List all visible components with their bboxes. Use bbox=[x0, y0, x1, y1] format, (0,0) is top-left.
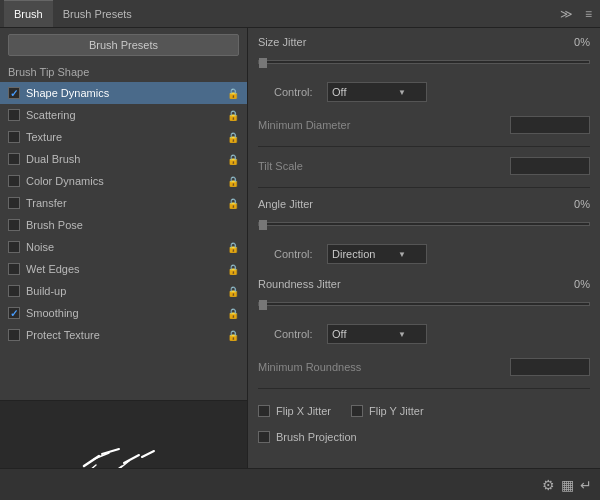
flip-x-row: Flip X Jitter bbox=[258, 405, 331, 417]
settings-icon[interactable]: ⚙ bbox=[542, 477, 555, 493]
checkbox-wet-edges[interactable] bbox=[8, 263, 20, 275]
control-label-2: Control: bbox=[274, 248, 319, 260]
min-roundness-input[interactable] bbox=[510, 358, 590, 376]
menu-item-protect-texture[interactable]: Protect Texture 🔒 bbox=[0, 324, 247, 346]
roundness-jitter-value: 0% bbox=[560, 278, 590, 290]
menu-item-brush-pose[interactable]: Brush Pose bbox=[0, 214, 247, 236]
menu-item-wet-edges[interactable]: Wet Edges 🔒 bbox=[0, 258, 247, 280]
divider-1 bbox=[258, 146, 590, 147]
roundness-jitter-control-row: Control: Off ▼ bbox=[274, 324, 590, 344]
label-noise: Noise bbox=[26, 241, 227, 253]
angle-jitter-track bbox=[258, 222, 590, 226]
left-panel: Brush Presets Brush Tip Shape ✓ Shape Dy… bbox=[0, 28, 248, 500]
angle-jitter-thumb[interactable] bbox=[259, 220, 267, 230]
brush-presets-button[interactable]: Brush Presets bbox=[8, 34, 239, 56]
label-wet-edges: Wet Edges bbox=[26, 263, 227, 275]
label-shape-dynamics: Shape Dynamics bbox=[26, 87, 227, 99]
expand-icon[interactable]: ≫ bbox=[556, 5, 577, 23]
menu-item-smoothing[interactable]: ✓ Smoothing 🔒 bbox=[0, 302, 247, 324]
menu-item-build-up[interactable]: Build-up 🔒 bbox=[0, 280, 247, 302]
checkbox-brush-pose[interactable] bbox=[8, 219, 20, 231]
lock-build-up: 🔒 bbox=[227, 286, 239, 297]
size-jitter-row: Size Jitter 0% bbox=[258, 36, 590, 48]
tab-brush[interactable]: Brush bbox=[4, 0, 53, 27]
size-jitter-value: 0% bbox=[560, 36, 590, 48]
lock-color-dynamics: 🔒 bbox=[227, 176, 239, 187]
checkbox-scattering[interactable] bbox=[8, 109, 20, 121]
label-brush-pose: Brush Pose bbox=[26, 219, 239, 231]
checkbox-protect-texture[interactable] bbox=[8, 329, 20, 341]
label-scattering: Scattering bbox=[26, 109, 227, 121]
label-smoothing: Smoothing bbox=[26, 307, 227, 319]
select-arrow-1: ▼ bbox=[398, 88, 406, 97]
menu-item-transfer[interactable]: Transfer 🔒 bbox=[0, 192, 247, 214]
angle-jitter-row: Angle Jitter 0% bbox=[258, 198, 590, 210]
tilt-scale-label: Tilt Scale bbox=[258, 160, 303, 172]
checkbox-noise[interactable] bbox=[8, 241, 20, 253]
select-arrow-3: ▼ bbox=[398, 330, 406, 339]
menu-item-shape-dynamics[interactable]: ✓ Shape Dynamics 🔒 bbox=[0, 82, 247, 104]
min-diameter-input[interactable] bbox=[510, 116, 590, 134]
brush-tip-shape-label: Brush Tip Shape bbox=[0, 62, 247, 82]
flip-y-row: Flip Y Jitter bbox=[351, 405, 424, 417]
size-jitter-control-row: Control: Off ▼ bbox=[274, 82, 590, 102]
min-roundness-label: Minimum Roundness bbox=[258, 361, 361, 373]
action-icon[interactable]: ↵ bbox=[580, 477, 592, 493]
checkbox-flip-x[interactable] bbox=[258, 405, 270, 417]
min-roundness-row: Minimum Roundness bbox=[258, 358, 590, 376]
menu-item-dual-brush[interactable]: Dual Brush 🔒 bbox=[0, 148, 247, 170]
menu-item-texture[interactable]: Texture 🔒 bbox=[0, 126, 247, 148]
size-jitter-slider[interactable] bbox=[258, 56, 590, 68]
angle-jitter-control-select[interactable]: Direction ▼ bbox=[327, 244, 427, 264]
roundness-jitter-slider[interactable] bbox=[258, 298, 590, 310]
angle-jitter-slider[interactable] bbox=[258, 218, 590, 230]
flip-x-label: Flip X Jitter bbox=[276, 405, 331, 417]
roundness-jitter-track bbox=[258, 302, 590, 306]
lock-protect-texture: 🔒 bbox=[227, 330, 239, 341]
lock-wet-edges: 🔒 bbox=[227, 264, 239, 275]
menu-item-scattering[interactable]: Scattering 🔒 bbox=[0, 104, 247, 126]
label-texture: Texture bbox=[26, 131, 227, 143]
bottom-toolbar: ⚙ ▦ ↵ bbox=[0, 468, 600, 500]
label-dual-brush: Dual Brush bbox=[26, 153, 227, 165]
svg-line-1 bbox=[102, 449, 119, 454]
lock-dual-brush: 🔒 bbox=[227, 154, 239, 165]
brush-projection-row: Brush Projection bbox=[258, 431, 590, 443]
size-jitter-control-select[interactable]: Off ▼ bbox=[327, 82, 427, 102]
menu-item-noise[interactable]: Noise 🔒 bbox=[0, 236, 247, 258]
svg-line-3 bbox=[124, 455, 139, 463]
roundness-jitter-thumb[interactable] bbox=[259, 300, 267, 310]
angle-jitter-control-row: Control: Direction ▼ bbox=[274, 244, 590, 264]
label-color-dynamics: Color Dynamics bbox=[26, 175, 227, 187]
lock-smoothing: 🔒 bbox=[227, 308, 239, 319]
size-jitter-label: Size Jitter bbox=[258, 36, 306, 48]
menu-item-color-dynamics[interactable]: Color Dynamics 🔒 bbox=[0, 170, 247, 192]
checkbox-shape-dynamics[interactable]: ✓ bbox=[8, 87, 20, 99]
angle-jitter-label: Angle Jitter bbox=[258, 198, 313, 210]
checkbox-build-up[interactable] bbox=[8, 285, 20, 297]
grid-icon[interactable]: ▦ bbox=[561, 477, 574, 493]
tilt-scale-input[interactable] bbox=[510, 157, 590, 175]
checkbox-texture[interactable] bbox=[8, 131, 20, 143]
checkbox-flip-y[interactable] bbox=[351, 405, 363, 417]
tab-brush-presets[interactable]: Brush Presets bbox=[53, 0, 142, 27]
checkbox-color-dynamics[interactable] bbox=[8, 175, 20, 187]
lock-shape-dynamics: 🔒 bbox=[227, 88, 239, 99]
checkbox-dual-brush[interactable] bbox=[8, 153, 20, 165]
checkbox-brush-projection[interactable] bbox=[258, 431, 270, 443]
lock-noise: 🔒 bbox=[227, 242, 239, 253]
roundness-jitter-control-select[interactable]: Off ▼ bbox=[327, 324, 427, 344]
flip-row: Flip X Jitter Flip Y Jitter bbox=[258, 403, 590, 419]
checkbox-transfer[interactable] bbox=[8, 197, 20, 209]
tilt-scale-row: Tilt Scale bbox=[258, 157, 590, 175]
lock-scattering: 🔒 bbox=[227, 110, 239, 121]
roundness-jitter-row: Roundness Jitter 0% bbox=[258, 278, 590, 290]
top-tab-bar: Brush Brush Presets ≫ ≡ bbox=[0, 0, 600, 28]
control-label-3: Control: bbox=[274, 328, 319, 340]
brush-projection-label: Brush Projection bbox=[276, 431, 357, 443]
brush-settings-list: ✓ Shape Dynamics 🔒 Scattering 🔒 Texture … bbox=[0, 82, 247, 400]
checkbox-smoothing[interactable]: ✓ bbox=[8, 307, 20, 319]
menu-icon[interactable]: ≡ bbox=[581, 5, 596, 23]
flip-y-label: Flip Y Jitter bbox=[369, 405, 424, 417]
size-jitter-thumb[interactable] bbox=[259, 58, 267, 68]
